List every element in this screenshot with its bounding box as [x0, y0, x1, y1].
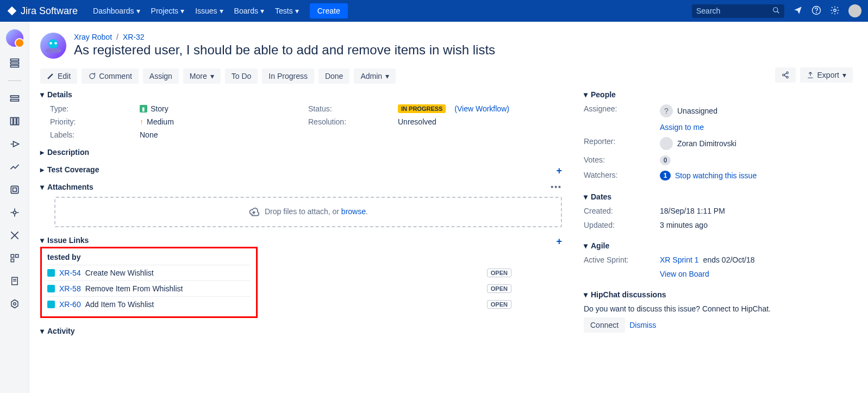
breadcrumb-project[interactable]: Xray Robot	[74, 33, 112, 41]
svg-rect-9	[10, 99, 18, 101]
svg-rect-17	[15, 254, 18, 257]
sidebar-project-avatar[interactable]	[6, 29, 23, 47]
product-logo[interactable]: Jira Software	[7, 5, 78, 17]
chevron-right-icon: ▸	[40, 165, 44, 174]
link-status: OPEN	[487, 284, 511, 293]
board-icon[interactable]	[8, 115, 21, 128]
sprint-link[interactable]: XR Sprint 1	[660, 255, 699, 264]
dates-header[interactable]: ▾Dates	[584, 192, 812, 201]
labels-label: Labels:	[50, 130, 134, 139]
backlog-icon[interactable]	[8, 57, 21, 70]
search-box[interactable]	[692, 4, 784, 18]
link-key[interactable]: XR-60	[59, 300, 81, 309]
people-header[interactable]: ▾People	[584, 90, 812, 99]
nav-issues[interactable]: Issues▾	[191, 4, 227, 17]
description-header[interactable]: ▸Description	[40, 148, 562, 157]
hipchat-prompt: Do you want to discuss this issue? Conne…	[584, 304, 812, 313]
chevron-down-icon: ▾	[584, 90, 588, 99]
agile-header[interactable]: ▾Agile	[584, 241, 812, 250]
search-input[interactable]	[696, 7, 772, 15]
project-settings-icon[interactable]	[8, 297, 21, 310]
coverage-add-button[interactable]: +	[556, 165, 562, 177]
attachments-menu-button[interactable]: •••	[551, 183, 562, 191]
notifications-icon[interactable]	[793, 5, 803, 17]
user-avatar-icon	[660, 137, 673, 150]
more-button[interactable]: More▾	[183, 68, 221, 84]
chevron-down-icon: ▾	[40, 327, 44, 335]
nav-dashboards[interactable]: Dashboards▾	[89, 4, 145, 17]
status-label: Status:	[308, 104, 392, 113]
dismiss-link[interactable]: Dismiss	[629, 321, 656, 329]
releases-icon[interactable]	[8, 138, 21, 151]
nav-tests[interactable]: Tests▾	[271, 4, 303, 17]
sprints-icon[interactable]	[8, 92, 21, 105]
export-button[interactable]: Export▾	[800, 67, 853, 83]
chevron-down-icon: ▾	[210, 72, 214, 80]
browse-link[interactable]: browse	[341, 207, 366, 216]
create-button[interactable]: Create	[310, 3, 348, 18]
link-summary: Add Item To Wishlist	[85, 300, 154, 309]
details-header[interactable]: ▾Details	[40, 90, 562, 99]
xray-icon[interactable]	[8, 229, 21, 242]
stop-watching-link[interactable]: Stop watching this issue	[675, 171, 757, 180]
link-summary: Create New Wishlist	[85, 269, 154, 277]
connect-button[interactable]: Connect	[584, 317, 625, 333]
updated-value: 3 minutes ago	[660, 221, 812, 229]
tests-icon[interactable]	[8, 183, 21, 196]
chevron-down-icon: ▾	[295, 7, 299, 15]
cloud-upload-icon	[248, 207, 259, 217]
project-sidebar	[0, 22, 29, 393]
type-value: ▮Story	[140, 104, 303, 113]
link-key[interactable]: XR-58	[59, 284, 81, 293]
activity-header[interactable]: ▾Activity	[40, 327, 562, 335]
svg-point-0	[773, 7, 778, 11]
inprogress-button[interactable]: In Progress	[262, 68, 314, 84]
link-key[interactable]: XR-54	[59, 269, 81, 277]
components-icon[interactable]	[8, 252, 21, 265]
svg-point-23	[13, 303, 16, 305]
coverage-header[interactable]: ▸Test Coverage	[40, 165, 562, 174]
assign-to-me-link[interactable]: Assign to me	[660, 123, 704, 132]
reports-icon[interactable]	[8, 160, 21, 173]
breadcrumb-key[interactable]: XR-32	[123, 33, 145, 41]
chevron-down-icon: ▾	[584, 192, 588, 201]
settings-icon[interactable]	[830, 5, 840, 17]
edit-button[interactable]: Edit	[40, 68, 77, 84]
link-row[interactable]: XR-58 Remove Item From Whishlist OPEN	[47, 280, 251, 296]
attachments-header[interactable]: ▾Attachments	[40, 183, 562, 191]
svg-rect-16	[11, 254, 14, 257]
svg-point-25	[49, 42, 52, 45]
updated-label: Updated:	[584, 221, 660, 229]
resolution-label: Resolution:	[308, 117, 392, 126]
comment-button[interactable]: Comment	[82, 68, 139, 84]
link-status: OPEN	[487, 269, 511, 277]
assign-button[interactable]: Assign	[143, 68, 179, 84]
done-button[interactable]: Done	[319, 68, 349, 84]
links-add-button[interactable]: +	[556, 236, 562, 247]
user-avatar[interactable]	[848, 4, 861, 17]
nav-boards[interactable]: Boards▾	[230, 4, 268, 17]
admin-button[interactable]: Admin▾	[354, 68, 396, 84]
share-button[interactable]	[775, 67, 796, 83]
tested-by-highlight: tested by XR-54 Create New Wishlist OPEN…	[40, 247, 258, 318]
story-icon: ▮	[140, 105, 147, 113]
help-icon[interactable]	[811, 5, 821, 17]
addon-icon[interactable]	[8, 206, 21, 219]
view-on-board-link[interactable]: View on Board	[660, 270, 709, 278]
test-icon	[47, 269, 55, 277]
assignee-label: Assignee:	[584, 104, 660, 117]
svg-rect-12	[17, 117, 18, 124]
links-header[interactable]: ▾Issue Links	[40, 236, 562, 245]
link-row[interactable]: XR-60 Add Item To Wishlist OPEN	[47, 296, 251, 312]
svg-rect-6	[10, 62, 18, 64]
link-status: OPEN	[487, 300, 511, 309]
link-row[interactable]: XR-54 Create New Wishlist OPEN	[47, 265, 251, 280]
attachments-dropzone[interactable]: Drop files to attach, or browse.	[54, 197, 562, 227]
hipchat-header[interactable]: ▾HipChat discussions	[584, 290, 812, 299]
nav-projects[interactable]: Projects▾	[147, 4, 189, 17]
priority-label: Priority:	[50, 117, 134, 126]
todo-button[interactable]: To Do	[225, 68, 258, 84]
svg-rect-8	[10, 96, 18, 97]
pages-icon[interactable]	[8, 275, 21, 288]
view-workflow-link[interactable]: (View Workflow)	[454, 104, 509, 113]
